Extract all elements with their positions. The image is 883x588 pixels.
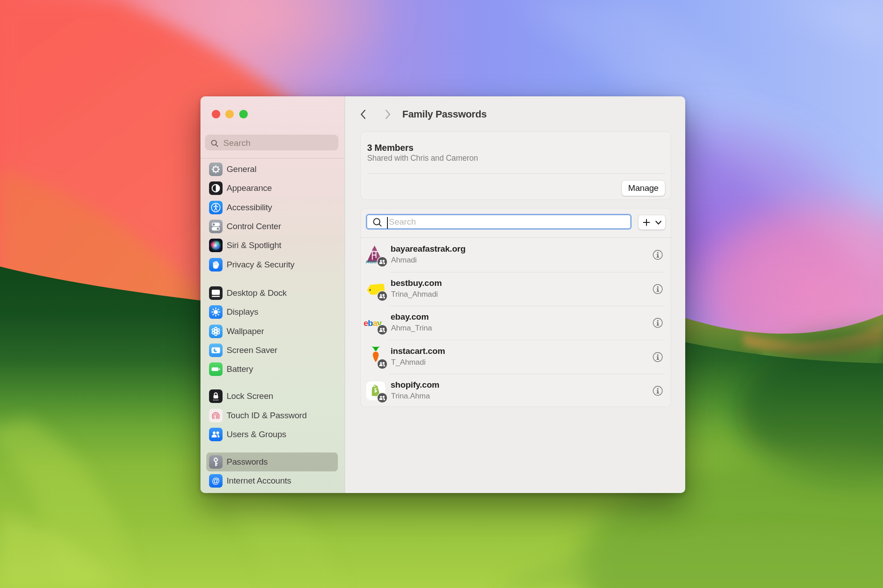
svg-text:@: @ [212, 476, 219, 485]
svg-text:FAST.: FAST. [366, 259, 377, 264]
